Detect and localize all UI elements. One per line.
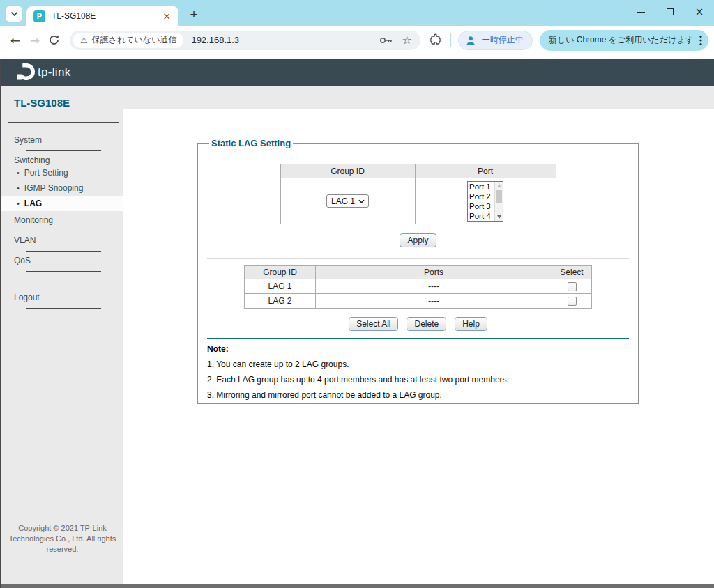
device-title: TL-SG108E — [1, 86, 123, 122]
note-line-1: 1. You can create up to 2 LAG groups. — [207, 359, 629, 369]
group-id-select[interactable]: LAG 1 — [326, 194, 369, 208]
apply-button[interactable]: Apply — [400, 233, 436, 247]
tplink-logo-icon — [15, 62, 36, 83]
maximize-icon — [667, 8, 674, 15]
bookmark-star-icon[interactable]: ☆ — [402, 33, 412, 47]
browser-tab[interactable]: P TL-SG108E × — [26, 6, 178, 26]
sidebar-item-system[interactable]: System — [1, 131, 123, 151]
note-divider — [207, 338, 629, 339]
delete-button[interactable]: Delete — [407, 317, 446, 331]
sidebar-item-qos[interactable]: QoS — [1, 252, 123, 272]
sidebar-item-lag[interactable]: LAG — [1, 196, 123, 211]
scroll-down-icon[interactable] — [495, 213, 503, 221]
port-option[interactable]: Port 3 — [468, 201, 494, 211]
static-lag-setting-panel: Static LAG Setting Group ID Port LAG 1 — [197, 138, 639, 404]
close-button[interactable]: × — [685, 0, 714, 24]
port-option[interactable]: Port 2 — [468, 192, 494, 201]
lag-groups-table: Group ID Ports Select LAG 1 ---- LAG 2 -… — [244, 265, 592, 309]
select-all-button[interactable]: Select All — [349, 317, 398, 331]
page-bottom-bar — [1, 584, 714, 588]
toolbar-separator — [450, 33, 451, 47]
address-bar[interactable]: ⚠ 保護されていない通信 192.168.1.3 ☆ — [70, 31, 420, 50]
tab-title: TL-SG108E — [52, 11, 160, 21]
sidebar-item-vlan[interactable]: VLAN — [1, 231, 123, 252]
note-title: Note: — [207, 344, 629, 354]
lag-select-cell — [552, 279, 592, 294]
sidebar: TL-SG108E System Switching Port Setting … — [1, 86, 123, 584]
config-col-port: Port — [415, 164, 556, 178]
scroll-up-icon[interactable] — [495, 182, 503, 189]
lag-config-table: Group ID Port LAG 1 — [280, 164, 556, 224]
lag-group-ports: ---- — [316, 294, 552, 309]
person-icon — [464, 34, 477, 47]
chrome-update-button[interactable]: 新しい Chrome をご利用いただけます — [540, 30, 708, 51]
profile-label: 一時停止中 — [482, 34, 524, 46]
note-line-3: 3. Mirroring and mirrored port cannot be… — [207, 390, 629, 400]
table-row: LAG 1 ---- — [245, 279, 592, 294]
tplink-favicon: P — [33, 10, 45, 22]
back-button[interactable]: ← — [6, 30, 25, 51]
port-cell: Port 1 Port 2 Port 3 Port 4 — [415, 178, 556, 224]
lag2-checkbox[interactable] — [568, 297, 577, 306]
site-header: tp-link — [1, 59, 714, 86]
sidebar-item-igmp-snooping[interactable]: IGMP Snooping — [1, 180, 123, 196]
extensions-icon[interactable] — [429, 33, 442, 47]
table-row: LAG 2 ---- — [245, 294, 592, 309]
copyright-text: Copyright © 2021 TP-Link Technologies Co… — [1, 523, 123, 555]
note-line-2: 2. Each LAG group has up to 4 port membe… — [207, 375, 629, 385]
sidebar-item-port-setting[interactable]: Port Setting — [1, 165, 123, 180]
close-icon: × — [695, 6, 704, 18]
warning-icon: ⚠ — [80, 36, 88, 45]
tab-close-icon[interactable]: × — [160, 10, 173, 22]
select-chevron-icon — [358, 199, 365, 203]
browser-window: P TL-SG108E × + × ← → ⚠ 保護されていない通信 192.1… — [0, 0, 714, 588]
menu-dots-icon[interactable] — [699, 35, 702, 46]
chevron-down-icon — [10, 11, 18, 17]
minimize-button[interactable] — [626, 0, 655, 24]
help-button[interactable]: Help — [455, 317, 487, 331]
sidebar-item-monitoring[interactable]: Monitoring — [1, 211, 123, 231]
security-chip-label: 保護されていない通信 — [92, 34, 177, 46]
reload-icon — [48, 34, 60, 46]
main-content: Static LAG Setting Group ID Port LAG 1 — [123, 109, 714, 584]
new-tab-button[interactable]: + — [184, 5, 204, 24]
profile-button[interactable]: 一時停止中 — [458, 31, 533, 50]
password-key-icon[interactable] — [379, 36, 394, 45]
brand-text: tp-link — [38, 65, 70, 79]
scrollbar-thumb[interactable] — [496, 190, 502, 203]
forward-button[interactable]: → — [25, 30, 45, 51]
maximize-button[interactable] — [655, 0, 685, 24]
lag-group-ports: ---- — [316, 279, 552, 294]
lag-col-select: Select — [552, 266, 592, 279]
sidebar-item-logout[interactable]: Logout — [1, 288, 123, 309]
web-page: tp-link TL-SG108E System Switching Port … — [0, 59, 714, 588]
tplink-logo: tp-link — [15, 62, 70, 83]
port-option[interactable]: Port 1 — [468, 182, 494, 192]
panel-title: Static LAG Setting — [209, 138, 293, 148]
tab-strip: P TL-SG108E × + × — [0, 0, 714, 26]
port-option[interactable]: Port 4 — [468, 211, 494, 221]
sidebar-menu: System Switching Port Setting IGMP Snoop… — [1, 123, 123, 309]
page-body: TL-SG108E System Switching Port Setting … — [1, 86, 714, 584]
lag-group-name: LAG 1 — [245, 279, 316, 294]
listbox-scrollbar[interactable] — [494, 182, 503, 221]
chrome-update-label: 新しい Chrome をご利用いただけます — [549, 34, 694, 46]
security-chip[interactable]: ⚠ 保護されていない通信 — [73, 33, 183, 48]
toolbar-right-group: 一時停止中 新しい Chrome をご利用いただけます — [420, 30, 714, 51]
lag-select-cell — [552, 294, 592, 309]
lag-col-group-id: Group ID — [245, 266, 316, 279]
lag1-checkbox[interactable] — [568, 282, 577, 291]
config-col-group-id: Group ID — [280, 164, 415, 178]
lag-col-ports: Ports — [316, 266, 552, 279]
group-id-cell: LAG 1 — [280, 178, 415, 224]
lag-group-name: LAG 2 — [245, 294, 316, 309]
window-controls: × — [626, 0, 714, 24]
browser-toolbar: ← → ⚠ 保護されていない通信 192.168.1.3 ☆ — [0, 26, 714, 54]
group-id-select-value: LAG 1 — [331, 196, 355, 206]
tab-search-button[interactable] — [6, 6, 22, 22]
url-text[interactable]: 192.168.1.3 — [191, 35, 370, 45]
reload-button[interactable] — [45, 30, 64, 51]
section-divider — [207, 258, 629, 259]
port-listbox[interactable]: Port 1 Port 2 Port 3 Port 4 — [467, 181, 503, 222]
sidebar-item-switching[interactable]: Switching — [1, 151, 123, 165]
